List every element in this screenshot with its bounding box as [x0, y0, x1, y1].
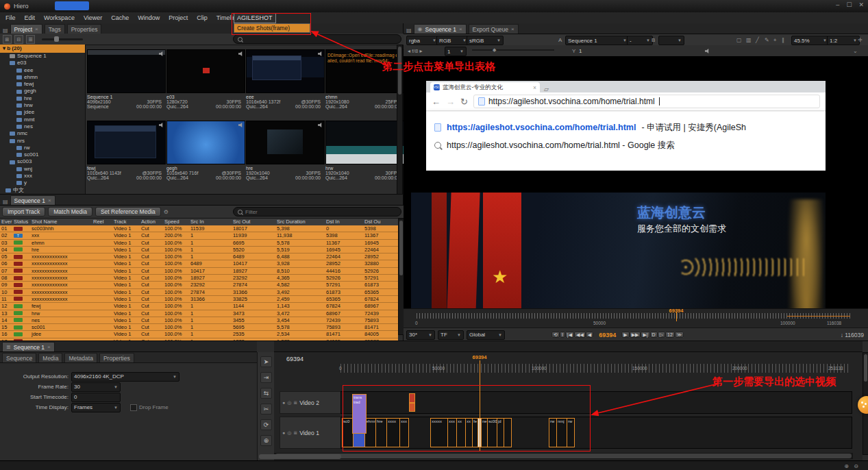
property-value-select[interactable]: 0▼	[71, 393, 121, 402]
timeline-clip[interactable]: xxxxx	[430, 418, 449, 447]
timeline-clip[interactable]: xxx	[399, 418, 409, 447]
maximize-button[interactable]: ☐	[846, 1, 852, 8]
viewer-scrubber[interactable]: 050000100000 69394 116038	[404, 308, 868, 328]
transport-button[interactable]: 12	[665, 332, 675, 338]
subtab[interactable]: Metadata	[64, 353, 97, 362]
tab-export-queue[interactable]: Export Queue×	[469, 24, 519, 34]
proxy-ratio-select[interactable]: 1:2▼	[827, 36, 860, 45]
menu-item[interactable]: Viewer	[84, 14, 102, 21]
bin-item[interactable]: jdee	[0, 109, 85, 116]
table-row[interactable]: 08 xxxxxxxxxxxxxx Video 1 Cut 100.0% 189…	[0, 275, 398, 282]
column-header[interactable]: Track	[114, 219, 141, 225]
timeline-playhead[interactable]	[480, 360, 480, 452]
import-track-button[interactable]: Import Track	[2, 207, 45, 217]
suggestion-item[interactable]: https://agileshot.vsochina.com/home/tria…	[426, 136, 826, 154]
tab-properties[interactable]: Properties	[67, 24, 102, 34]
tab-viewer-sequence[interactable]: ◉ Sequence 1×	[414, 24, 467, 34]
tab-tags[interactable]: Tags	[45, 24, 65, 34]
transport-button[interactable]: ◀	[586, 332, 593, 338]
menu-item[interactable]: Project	[169, 14, 188, 21]
track-header-video2[interactable]: ● ◎ ≣ Video 2	[280, 391, 344, 414]
detail-view-icon[interactable]: ☰	[26, 35, 35, 44]
tab-sequence-timeline[interactable]: ≣ Sequence 1×	[2, 342, 55, 351]
transport-button[interactable]: ▶▶	[630, 332, 641, 338]
table-row[interactable]: 16 jdee Video 1 Cut 100.0% 1 2535 2,534 …	[0, 331, 398, 338]
column-header[interactable]: Reel	[93, 219, 114, 225]
ab-blend-select[interactable]: -▼	[627, 36, 653, 45]
filter-input[interactable]: Filter	[233, 207, 401, 217]
bin-item[interactable]: mmt	[0, 116, 85, 123]
close-icon[interactable]: ×	[511, 26, 514, 32]
table-row[interactable]: 07 xxxxxxxxxxxxxx Video 1 Cut 100.0% 104…	[0, 268, 398, 275]
project-search-input[interactable]	[233, 34, 401, 44]
zoom-out-icon[interactable]: ⊖	[854, 463, 858, 469]
suggestion-item[interactable]: https://agileshot.vsochina.com/home/tria…	[426, 119, 826, 136]
menu-item[interactable]: Workspace	[44, 14, 75, 21]
transport-button[interactable]: ▷	[658, 332, 665, 338]
property-value-select[interactable]: 30▼	[71, 382, 121, 392]
zoom-in-icon[interactable]: ⊕	[844, 463, 849, 469]
match-media-button[interactable]: Match Media	[48, 207, 92, 217]
props-hscrollbar[interactable]	[259, 454, 341, 459]
a-buffer-select[interactable]: Sequence 1▼	[565, 36, 630, 45]
zoom-select[interactable]: 45.5%▼	[791, 36, 830, 45]
eye-icon[interactable]: ◎	[287, 430, 291, 436]
plus-icon[interactable]: ✛	[858, 37, 863, 43]
bin-item[interactable]: hrw	[0, 102, 85, 109]
back-icon[interactable]: ←	[432, 97, 441, 107]
close-icon[interactable]: ×	[48, 197, 51, 203]
table-row[interactable]: 06 xxxxxxxxxxxxxx Video 1 Cut 100.0% 648…	[0, 260, 398, 267]
tool-button[interactable]: ⊕	[260, 435, 272, 446]
timeline-hscrollbar[interactable]	[274, 453, 853, 459]
table-row[interactable]: 11 xxxxxxxxxxxxxx Video 1 Cut 100.0% 313…	[0, 296, 398, 303]
table-row[interactable]: 02 T xxx Video 1 Cut 200.0% 1 11939 11,9…	[0, 232, 398, 239]
panel-menu-icon[interactable]: ▤	[3, 199, 8, 205]
table-row[interactable]: 03 ehmn Video 1 Cut 100.0% 1 6695 5,578 …	[0, 240, 398, 247]
transport-button[interactable]: ⟲	[551, 332, 560, 338]
timeline-clip[interactable]	[409, 393, 415, 403]
close-icon[interactable]: ×	[459, 26, 462, 32]
grid-view-icon[interactable]: ⊞	[3, 35, 12, 44]
display-select[interactable]: RGB▼	[436, 36, 469, 45]
bin-item[interactable]: eee	[0, 67, 85, 74]
timeline-clip[interactable]: rw	[567, 418, 575, 447]
bin-item[interactable]: sc001	[0, 151, 85, 158]
column-header[interactable]: Src Out	[233, 219, 277, 225]
clip-card[interactable]: hre 1920x104030FPS Quic...26400:00:00:00	[246, 121, 323, 190]
pause-icon[interactable]: ∥	[782, 37, 784, 43]
bin-item[interactable]: gegh	[0, 88, 85, 95]
subtab[interactable]: Properties	[99, 353, 134, 362]
column-header[interactable]: Src Duration	[277, 219, 326, 225]
annotate-icon[interactable]: ✎	[765, 37, 769, 43]
transport-button[interactable]: ▶|	[641, 332, 649, 338]
current-frame[interactable]: 69394	[596, 332, 619, 338]
bin-item[interactable]: ehmn	[0, 74, 85, 81]
menu-item[interactable]: Window	[138, 14, 160, 21]
column-header[interactable]: Dst In	[326, 219, 364, 225]
column-header[interactable]: Shot Name	[32, 219, 93, 225]
panel-menu-icon[interactable]: ▤	[406, 27, 412, 34]
column-header[interactable]: Ever	[0, 219, 14, 225]
menu-item-agileshot[interactable]: AGILESHOT	[234, 13, 276, 23]
column-header[interactable]: Status	[14, 219, 32, 225]
property-value-select[interactable]: 4096x2160 4K_DCP▼	[71, 372, 179, 382]
track-video1[interactable]: sc0 13.0% ehmn hre xxxx	[340, 417, 852, 449]
table-row[interactable]: 10 xxxxxxxxxxxxxx Video 1 Cut 100.0% 278…	[0, 289, 398, 296]
timeline-current-frame[interactable]: 69394	[286, 356, 303, 362]
gamma-value[interactable]: 1	[579, 48, 582, 54]
transport-button[interactable]: ≫	[675, 332, 684, 338]
close-icon[interactable]: ×	[35, 26, 38, 32]
tool-button[interactable]: ⟳	[260, 419, 272, 430]
menu-item[interactable]: Cache	[111, 14, 129, 21]
bin-item[interactable]: y	[0, 180, 85, 186]
transport-button[interactable]: I	[560, 332, 565, 338]
tool-button[interactable]: ⇆	[260, 388, 272, 399]
bin-item[interactable]: sc003	[0, 158, 85, 165]
tab-project[interactable]: Project×	[10, 24, 42, 34]
set-reference-media-button[interactable]: Set Reference Media	[95, 207, 161, 217]
menu-item[interactable]: Clip	[197, 14, 208, 21]
column-header[interactable]: Speed	[164, 219, 190, 225]
transport-button[interactable]: |◀	[565, 332, 574, 338]
clip-card[interactable]: fewj 1016x640 1143f@30FPS Quic...26400:0…	[87, 121, 164, 190]
gear-icon[interactable]: ⚙	[164, 209, 169, 215]
